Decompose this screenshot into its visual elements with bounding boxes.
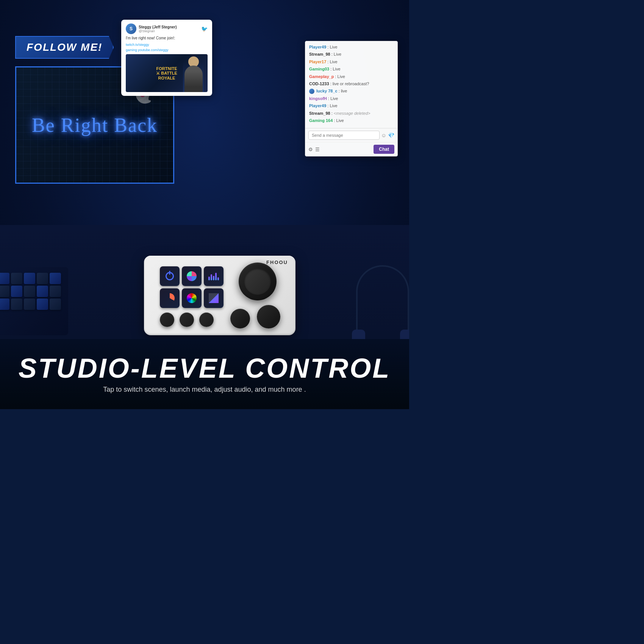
keyboard-key — [37, 286, 48, 297]
keyboard-key — [50, 273, 61, 284]
list-item: Player17 : Live — [309, 59, 394, 65]
device-key-3[interactable] — [204, 266, 224, 286]
small-knob-1[interactable] — [160, 313, 174, 327]
small-knob-3[interactable] — [199, 313, 214, 327]
tweet-link-youtube[interactable]: gaming.youtube.com/steggy — [126, 48, 208, 53]
arc-icon — [165, 293, 175, 303]
chat-username: Stream_98 — [309, 52, 330, 56]
keyboard-overlay — [0, 267, 68, 335]
tweet-game-image: FORTNITE⚔ BATTLEROYALE — [126, 54, 208, 92]
knob-outer — [239, 263, 277, 300]
chat-panel: Player49 : Live Stream_98 : Live Player1… — [305, 41, 398, 156]
chat-mini-avatar — [309, 89, 314, 94]
keyboard-key — [11, 273, 22, 284]
list-item: Stream_98 : <message deleted> — [309, 111, 394, 116]
headphone-overlay — [352, 265, 409, 349]
follow-banner-text: FOLLOW ME! — [27, 41, 102, 53]
brb-text: Be Right Back — [32, 114, 158, 136]
streamer-body — [184, 66, 203, 92]
keyboard-key — [50, 286, 61, 297]
chat-username: lucky 78_c — [316, 89, 338, 93]
keyboard-key — [24, 286, 35, 297]
chat-username: kingsofH — [309, 96, 327, 101]
bottom-section: STUDIO-LEVEL CONTROL Tap to switch scene… — [0, 339, 409, 409]
right-knobs-group — [230, 305, 280, 328]
list-item: Gameplay_p : Live — [309, 74, 394, 80]
list-item: Gaming03 : Live — [309, 66, 394, 72]
list-item: lucky 78_c : live — [309, 88, 394, 94]
main-title: STUDIO-LEVEL CONTROL — [19, 355, 391, 382]
main-knob[interactable] — [239, 263, 277, 300]
list-icon[interactable]: ☰ — [315, 147, 320, 152]
chat-input-icons: ☺ 💎 — [381, 132, 394, 138]
tweet-avatar: S — [126, 23, 136, 34]
knob-inner — [244, 268, 271, 295]
game-logo: FORTNITE⚔ BATTLEROYALE — [156, 66, 177, 80]
color-wheel-icon — [187, 293, 197, 303]
device-body: FHOOU — [144, 256, 295, 335]
tweet-user-info: Steggy (Jeff Stegner) @Stegnan — [139, 25, 201, 33]
chat-message-input[interactable] — [308, 131, 380, 140]
list-item: kingsofH : Live — [309, 96, 394, 102]
device-key-5[interactable] — [182, 288, 202, 308]
right-knob-medium[interactable] — [230, 309, 250, 328]
power-icon — [166, 272, 174, 280]
headphone-band — [356, 265, 409, 341]
small-knobs-group — [160, 313, 214, 327]
keyboard-key — [24, 273, 35, 284]
bars-icon — [208, 272, 219, 280]
device-key-grid — [160, 266, 224, 308]
chat-username: Player17 — [309, 59, 326, 64]
keyboard-key — [37, 273, 48, 284]
subtitle: Tap to switch scenes, launch media, adju… — [103, 386, 306, 394]
chat-footer: ⚙ ☰ Chat — [305, 142, 397, 156]
keyboard-key — [0, 286, 9, 297]
tweet-card: S Steggy (Jeff Stegner) @Stegnan 🐦 I'm l… — [121, 20, 212, 96]
right-knob-large[interactable] — [257, 305, 280, 328]
chat-send-button[interactable]: Chat — [374, 145, 394, 154]
keyboard-keys — [0, 267, 68, 316]
circle-segments-icon — [187, 271, 197, 281]
chat-username: Gaming 164 — [309, 118, 333, 123]
keyboard-key — [0, 273, 9, 284]
device-key-4[interactable] — [160, 288, 180, 308]
tweet-body: I'm live right now! Come join!: — [126, 36, 208, 41]
bits-icon[interactable]: 💎 — [388, 132, 394, 138]
tweet-link-twitch[interactable]: twitch.tv/steggy — [126, 42, 208, 48]
list-item: Player49 : Live — [309, 103, 394, 109]
chat-username: COD-1233 — [309, 81, 329, 86]
device-key-1[interactable] — [160, 266, 180, 286]
keyboard-key — [37, 299, 48, 310]
chat-username: Player49 — [309, 45, 326, 49]
stream-deck-device: FHOOU — [144, 256, 295, 335]
diagonal-icon — [209, 293, 219, 303]
settings-icon[interactable]: ⚙ — [308, 147, 313, 152]
keyboard-key — [0, 299, 9, 310]
chat-username: Player49 — [309, 103, 326, 108]
list-item: Gaming 164 : Live — [309, 118, 394, 123]
chat-messages: Player49 : Live Stream_98 : Live Player1… — [305, 41, 397, 128]
chat-username: Gaming03 — [309, 67, 329, 71]
keyboard-key — [11, 299, 22, 310]
keyboard-key — [11, 286, 22, 297]
twitter-icon: 🐦 — [201, 26, 208, 32]
tweet-username: Steggy (Jeff Stegner) — [139, 25, 201, 29]
tweet-header: S Steggy (Jeff Stegner) @Stegnan 🐦 — [126, 23, 208, 34]
device-key-6[interactable] — [204, 288, 224, 308]
tweet-handle: @Stegnan — [139, 29, 201, 33]
keyboard-key — [50, 299, 61, 310]
chat-username: Gameplay_p — [309, 74, 334, 79]
list-item: Stream_98 : Live — [309, 52, 394, 57]
small-knob-2[interactable] — [180, 313, 194, 327]
list-item: COD-1233 : live or rebroadcast? — [309, 81, 394, 87]
list-item: Player49 : Live — [309, 44, 394, 50]
chat-username: Stream_98 — [309, 111, 330, 116]
chat-footer-icons: ⚙ ☰ — [308, 147, 320, 152]
keyboard-key — [24, 299, 35, 310]
emoji-icon[interactable]: ☺ — [381, 132, 386, 138]
device-key-2[interactable] — [182, 266, 202, 286]
streamer-thumbnail — [183, 62, 204, 92]
follow-banner: FOLLOW ME! — [15, 36, 114, 59]
chat-input-area: ☺ 💎 — [305, 128, 397, 142]
